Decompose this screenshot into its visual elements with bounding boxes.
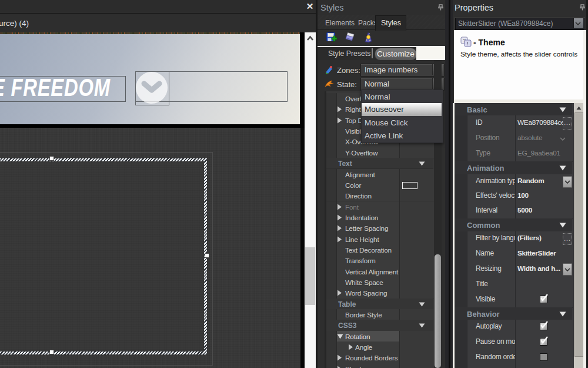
svg-text:!: ! bbox=[467, 41, 469, 47]
